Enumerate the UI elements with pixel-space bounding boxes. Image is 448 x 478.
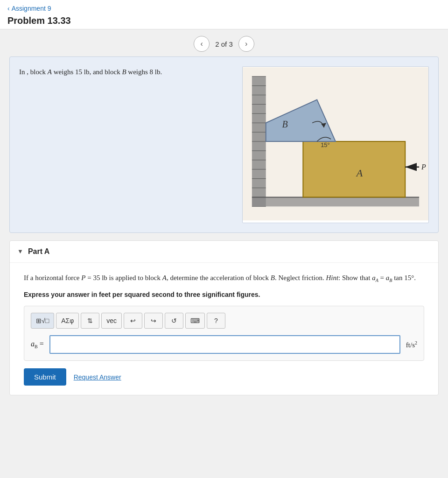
part-a-header[interactable]: ▼ Part A [10,241,438,263]
next-icon: › [245,40,247,48]
back-arrow-icon: ‹ [7,5,10,12]
input-variable-label: aB = [31,340,44,349]
svg-text:B: B [282,119,288,129]
svg-text:P: P [421,163,426,171]
toolbar-reset-btn[interactable]: ↺ [165,313,183,329]
toolbar-matrix-btn[interactable]: ⊞√□ [31,313,54,329]
toolbar-undo-btn[interactable]: ↩ [124,313,142,329]
problem-card: In , block A weighs 15 lb, and block B w… [9,56,439,233]
toolbar-greek-btn[interactable]: ΑΣφ [56,313,79,329]
svg-text:15°: 15° [321,141,330,148]
problem-image: A B 15° P [242,66,429,223]
answer-box: ⊞√□ ΑΣφ ⇅ vec ↩ ↪ ↺ ⌨ ? aB = ft/s2 [24,306,424,361]
input-row: aB = ft/s2 [31,335,417,354]
problem-statement: If a horizontal force P = 35 lb is appli… [24,272,424,284]
answer-input[interactable] [49,335,400,354]
toolbar-keyboard-btn[interactable]: ⌨ [185,313,205,329]
next-button[interactable]: › [238,36,254,52]
part-a-label: Part A [28,247,50,256]
svg-rect-19 [303,141,405,197]
part-a-section: ▼ Part A If a horizontal force P = 35 lb… [9,240,439,395]
toolbar-help-btn[interactable]: ? [207,313,225,329]
action-row: Submit Request Answer [24,368,424,386]
top-bar: ‹ Assignment 9 Problem 13.33 [0,0,448,29]
collapse-icon: ▼ [17,248,23,255]
request-answer-link[interactable]: Request Answer [74,373,121,381]
submit-button[interactable]: Submit [24,368,66,386]
problem-description: In , block A weighs 15 lb, and block B w… [19,66,233,77]
page-indicator: 2 of 3 [215,40,233,48]
svg-rect-17 [252,197,419,206]
prev-button[interactable]: ‹ [194,36,210,52]
svg-text:A: A [356,167,363,179]
toolbar-vec-btn[interactable]: vec [101,313,122,329]
problem-title: Problem 13.33 [7,15,441,26]
main-content: In , block A weighs 15 lb, and block B w… [0,56,448,412]
back-link-label: Assignment 9 [12,5,51,12]
toolbar: ⊞√□ ΑΣφ ⇅ vec ↩ ↪ ↺ ⌨ ? [31,313,417,329]
toolbar-redo-btn[interactable]: ↪ [144,313,163,329]
prev-icon: ‹ [201,40,203,48]
unit-label: ft/s2 [406,340,417,349]
express-instruction: Express your answer in feet per squared … [24,291,424,298]
toolbar-arrows-btn[interactable]: ⇅ [81,313,99,329]
navigation-row: ‹ 2 of 3 › [0,29,448,56]
back-link[interactable]: ‹ Assignment 9 [7,5,51,12]
part-a-body: If a horizontal force P = 35 lb is appli… [10,263,438,395]
